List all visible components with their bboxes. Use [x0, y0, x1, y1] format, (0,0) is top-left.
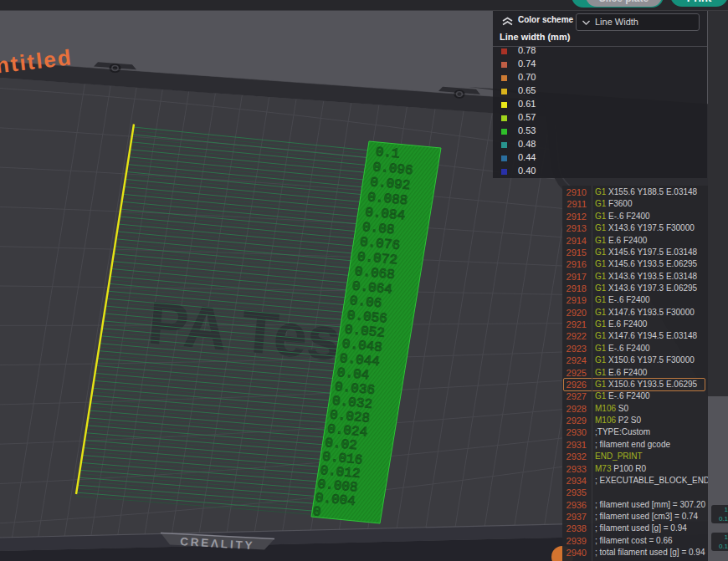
svg-text:0: 0 [312, 504, 321, 520]
svg-text:0.1: 0.1 [375, 145, 400, 161]
